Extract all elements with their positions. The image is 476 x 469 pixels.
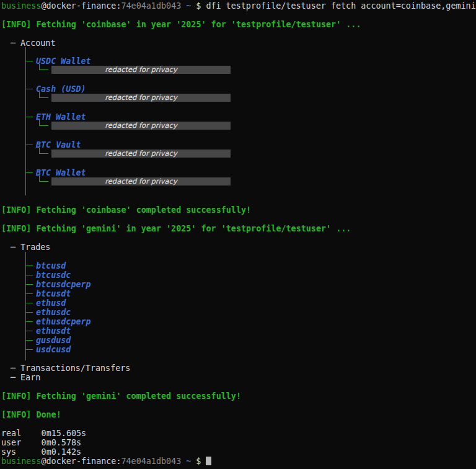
tree-item-wallet: USDC Wallet [36,56,91,66]
tree-section-label: Earn [20,373,40,382]
redacted-bar-label: redacted for privacy [105,66,177,74]
tree-item-trade: ethusd [36,298,66,308]
tree-item-wallet: ETH Wallet [36,112,86,122]
tree-branch-line [25,172,33,173]
timing-value: 0m15.605s [42,429,87,438]
prompt-host: @docker-finance: [42,1,121,11]
tree-item-trade: ethusdt [36,326,71,336]
tree-branch-line [25,61,33,61]
tree-section-trades: ─Trades [11,243,50,252]
prompt-cwd: ~ [186,457,191,466]
tree-section-label: Transactions/Transfers [20,364,130,373]
redacted-bar: redacted for privacy [51,94,231,102]
tree-branch-line [25,89,33,89]
tree-section-account: ─Account [11,38,56,48]
tree-section-label: Account [20,38,55,48]
tree-branch-line [25,275,33,275]
tree-item-trade: ethusdcperp [36,317,91,326]
info-done: [INFO] Done! [1,410,61,419]
tree-section-transactions: ─Transactions/Transfers [11,364,130,373]
tree-item-trade: btcusd [36,261,66,270]
prompt-cwd: ~ [186,1,191,11]
tree-item-wallet: Cash (USD) [36,84,86,94]
redacted-bar-label: redacted for privacy [105,150,177,158]
tree-item-wallet: BTC Vault [36,140,81,150]
tree-trunk-line [25,47,26,195]
timing-sys: sys0m0.142s [1,447,81,457]
tree-item-wallet: BTC Wallet [36,168,86,177]
tree-branch-line [25,331,33,331]
tree-section-label: Trades [20,243,50,252]
prompt-symbol: $ [196,457,201,466]
prompt-host: @docker-finance: [42,457,121,466]
tree-elbow-line [39,97,48,98]
timing-user: user0m0.578s [1,438,81,447]
tree-dash: ─ [11,38,15,48]
tree-section-earn: ─Earn [11,373,40,382]
info-fetch-gemini-start: [INFO] Fetching 'gemini' in year '2025' … [1,224,351,233]
tree-dash: ─ [11,364,15,373]
tree-item-trade: ethusdc [36,308,71,317]
tree-dash: ─ [11,373,15,382]
info-fetch-coinbase-start: [INFO] Fetching 'coinbase' in year '2025… [1,20,361,29]
info-fetch-coinbase-done: [INFO] Fetching 'coinbase' completed suc… [1,205,251,215]
tree-branch-line [25,293,33,294]
redacted-bar: redacted for privacy [51,122,231,130]
tree-elbow-line [39,125,48,126]
timing-value: 0m0.142s [42,447,82,457]
prompt-container-id: 74e04a1db043 [121,1,182,11]
tree-branch-line [25,145,33,145]
tree-branch-line [25,266,33,266]
tree-dash: ─ [11,243,15,252]
tree-elbow-line [39,69,48,70]
tree-branch-line [25,117,33,117]
redacted-bar-label: redacted for privacy [105,122,177,130]
timing-label: sys [1,447,42,457]
tree-branch-line [25,321,33,322]
tree-elbow-line [39,181,48,182]
timing-real: real0m15.605s [1,429,86,438]
prompt-line-active[interactable]: business@docker-finance:74e04a1db043~$ [1,457,211,466]
redacted-bar-label: redacted for privacy [105,177,177,185]
tree-branch-line [25,349,33,350]
timing-label: real [1,429,42,438]
redacted-bar: redacted for privacy [51,66,231,74]
tree-item-trade: usdcusd [36,345,71,354]
tree-elbow-line [39,153,48,154]
timing-label: user [1,438,42,447]
tree-branch-line [25,312,33,313]
prompt-line-command: business@docker-finance:74e04a1db043~$df… [1,1,476,11]
redacted-bar-label: redacted for privacy [105,94,177,102]
prompt-user: business [1,457,42,466]
command-text: dfi testprofile/testuser fetch account=c… [206,1,475,11]
tree-branch-line [25,303,33,303]
redacted-bar: redacted for privacy [51,177,231,185]
redacted-bar: redacted for privacy [51,150,231,158]
tree-branch-line [25,284,33,285]
tree-item-trade: btcusdt [36,289,71,298]
terminal-cursor [206,457,211,465]
tree-item-trade: btcusdcperp [36,280,91,289]
prompt-user: business [1,1,42,11]
tree-trunk-line [25,252,26,360]
prompt-container-id: 74e04a1db043 [121,457,182,466]
prompt-symbol: $ [196,1,201,11]
tree-item-trade: gusdusd [36,336,71,345]
terminal-window: business@docker-finance:74e04a1db043~$df… [0,0,476,469]
timing-value: 0m0.578s [42,438,82,447]
info-fetch-gemini-done: [INFO] Fetching 'gemini' completed succe… [1,391,241,401]
tree-branch-line [25,340,33,341]
tree-item-trade: btcusdc [36,270,71,280]
